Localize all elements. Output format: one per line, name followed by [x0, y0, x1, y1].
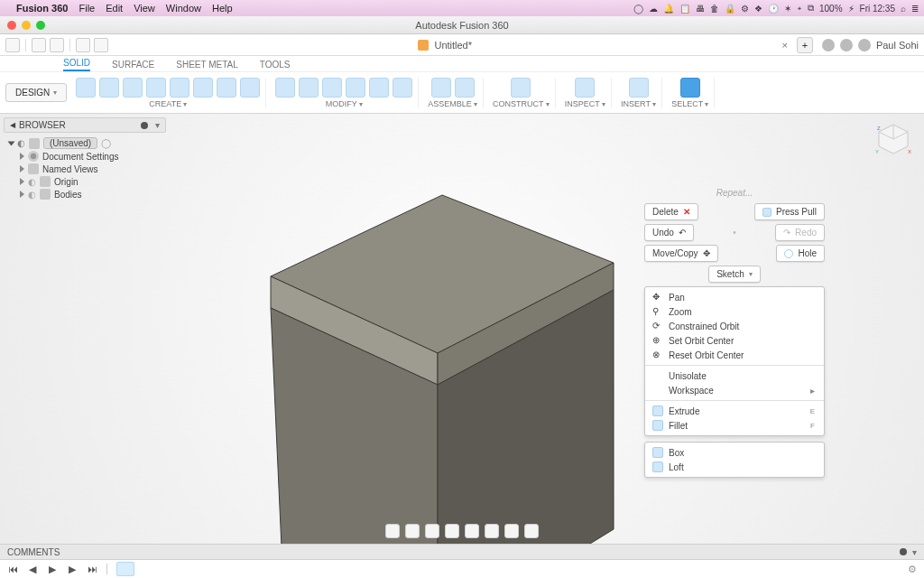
ribbon-group-inspect: INSPECT: [559, 78, 612, 108]
loft-icon[interactable]: [240, 78, 260, 98]
ctx-repeat[interactable]: Repeat...: [709, 186, 761, 200]
sphere-icon[interactable]: [146, 78, 166, 98]
comments-bar[interactable]: COMMENTS ▾: [0, 544, 924, 560]
ribbon-label-create[interactable]: CREATE: [149, 99, 187, 108]
box-icon[interactable]: [99, 78, 119, 98]
display-settings-icon[interactable]: [485, 524, 499, 538]
select-icon[interactable]: [680, 78, 700, 98]
extrude-icon[interactable]: [170, 78, 189, 98]
comments-collapse-icon[interactable]: ▾: [912, 547, 917, 557]
tab-surface[interactable]: SURFACE: [112, 60, 154, 71]
timeline-feature-1[interactable]: [116, 562, 134, 576]
ctx-workspace[interactable]: Workspace▸: [645, 383, 824, 397]
fillet-icon[interactable]: [299, 78, 319, 98]
new-tab-button[interactable]: +: [797, 37, 813, 53]
measure-icon[interactable]: [575, 78, 595, 98]
menu-file[interactable]: File: [79, 3, 95, 14]
file-menu-icon[interactable]: [32, 38, 46, 52]
press-pull-icon[interactable]: [275, 78, 295, 98]
viewport[interactable]: ◀ BROWSER ▾ ◐ (Unsaved) ◯ Document Setti…: [0, 114, 924, 544]
look-at-icon[interactable]: [405, 524, 420, 538]
notifications-icon[interactable]: [840, 39, 853, 51]
undo-icon[interactable]: [76, 38, 90, 52]
insert-icon[interactable]: [629, 78, 649, 98]
app-name[interactable]: Fusion 360: [16, 3, 68, 14]
ribbon-label-inspect[interactable]: INSPECT: [565, 99, 605, 108]
menu-help[interactable]: Help: [212, 3, 233, 14]
timeline-settings-icon[interactable]: ⚙: [908, 564, 917, 575]
user-name[interactable]: Paul Sohi: [876, 40, 919, 51]
tree-named-views[interactable]: Named Views: [5, 163, 164, 175]
browser-header[interactable]: ◀ BROWSER ▾: [4, 117, 166, 133]
sketch-icon[interactable]: [76, 78, 96, 98]
redo-icon[interactable]: [94, 38, 108, 52]
viewcube[interactable]: Z X Y: [875, 121, 911, 157]
ctx-press-pull-button[interactable]: Press Pull: [754, 203, 825, 220]
ctx-move-copy-button[interactable]: Move/Copy✥: [644, 245, 718, 262]
cylinder-icon[interactable]: [123, 78, 143, 98]
move-icon[interactable]: [393, 78, 412, 98]
ctx-fillet[interactable]: FilletF: [645, 418, 824, 433]
tab-tools[interactable]: TOOLS: [260, 60, 291, 71]
chamfer-icon[interactable]: [322, 78, 342, 98]
ribbon-toolbar: DESIGN CREATE MODIFY ASSEMBLE CONST: [0, 72, 924, 114]
menu-view[interactable]: View: [134, 3, 155, 14]
timeline-start-icon[interactable]: ⏮: [7, 564, 18, 574]
menu-window[interactable]: Window: [166, 3, 201, 14]
ctx-constrained-orbit[interactable]: ⟳Constrained Orbit: [645, 319, 824, 333]
menu-edit[interactable]: Edit: [106, 3, 123, 14]
ctx-unisolate[interactable]: Unisolate: [645, 368, 824, 383]
timeline-play-icon[interactable]: ▶: [47, 564, 58, 574]
ribbon-label-select[interactable]: SELECT: [671, 99, 708, 108]
ctx-hole-button[interactable]: Hole: [776, 245, 825, 262]
ctx-zoom[interactable]: ⚲Zoom: [645, 304, 824, 319]
workspace-switcher[interactable]: DESIGN: [5, 83, 67, 102]
timeline-next-icon[interactable]: ▶: [67, 564, 78, 574]
browser-options-icon[interactable]: [141, 122, 148, 129]
tab-solid[interactable]: SOLID: [63, 58, 90, 71]
data-panel-icon[interactable]: [5, 38, 20, 52]
sweep-icon[interactable]: [217, 78, 236, 98]
viewport-layout-icon[interactable]: [524, 524, 539, 538]
shell-icon[interactable]: [346, 78, 365, 98]
ribbon-label-assemble[interactable]: ASSEMBLE: [428, 99, 477, 108]
ribbon-label-construct[interactable]: CONSTRUCT: [493, 99, 550, 108]
timeline-end-icon[interactable]: ⏭: [87, 564, 97, 574]
tree-origin[interactable]: ◐Origin: [5, 175, 164, 188]
doc-icon: [418, 40, 429, 51]
ctx-extrude[interactable]: ExtrudeE: [645, 404, 824, 418]
ribbon-label-insert[interactable]: INSERT: [621, 99, 656, 108]
document-tab[interactable]: Untitled*: [114, 40, 776, 51]
tree-bodies[interactable]: ◐Bodies: [5, 188, 164, 200]
ribbon-label-modify[interactable]: MODIFY: [326, 99, 363, 108]
pan-icon[interactable]: [425, 524, 439, 538]
tree-root[interactable]: ◐ (Unsaved) ◯: [5, 136, 164, 150]
ctx-delete-button[interactable]: Delete✕: [644, 203, 698, 220]
revolve-icon[interactable]: [193, 78, 213, 98]
ctx-set-orbit-center[interactable]: ⊕Set Orbit Center: [645, 333, 824, 348]
plane-icon[interactable]: [511, 78, 531, 98]
browser-collapse-icon[interactable]: ▾: [155, 120, 160, 130]
combine-icon[interactable]: [369, 78, 389, 98]
ctx-pan[interactable]: ✥Pan: [645, 290, 824, 304]
ctx-redo-button: ↷Redo: [775, 224, 825, 241]
zoom-icon[interactable]: [445, 524, 459, 538]
ctx-loft[interactable]: Loft: [645, 460, 824, 474]
close-tab-icon[interactable]: ×: [781, 40, 787, 51]
timeline-prev-icon[interactable]: ◀: [27, 564, 38, 574]
fit-icon[interactable]: [465, 524, 479, 538]
tab-sheet-metal[interactable]: SHEET METAL: [176, 60, 238, 71]
job-status-icon[interactable]: [858, 39, 871, 51]
ctx-undo-button[interactable]: Undo↶: [644, 224, 694, 241]
tree-document-settings[interactable]: Document Settings: [5, 150, 164, 163]
extensions-icon[interactable]: [822, 39, 835, 51]
ctx-sketch-button[interactable]: Sketch: [708, 266, 761, 283]
grid-settings-icon[interactable]: [504, 524, 519, 538]
ctx-reset-orbit-center[interactable]: ⊗Reset Orbit Center: [645, 348, 824, 362]
save-icon[interactable]: [50, 38, 64, 52]
ctx-box[interactable]: Box: [645, 445, 824, 460]
as-built-joint-icon[interactable]: [455, 78, 475, 98]
orbit-icon[interactable]: [385, 524, 400, 538]
comments-options-icon[interactable]: [900, 548, 907, 555]
joint-icon[interactable]: [431, 78, 451, 98]
